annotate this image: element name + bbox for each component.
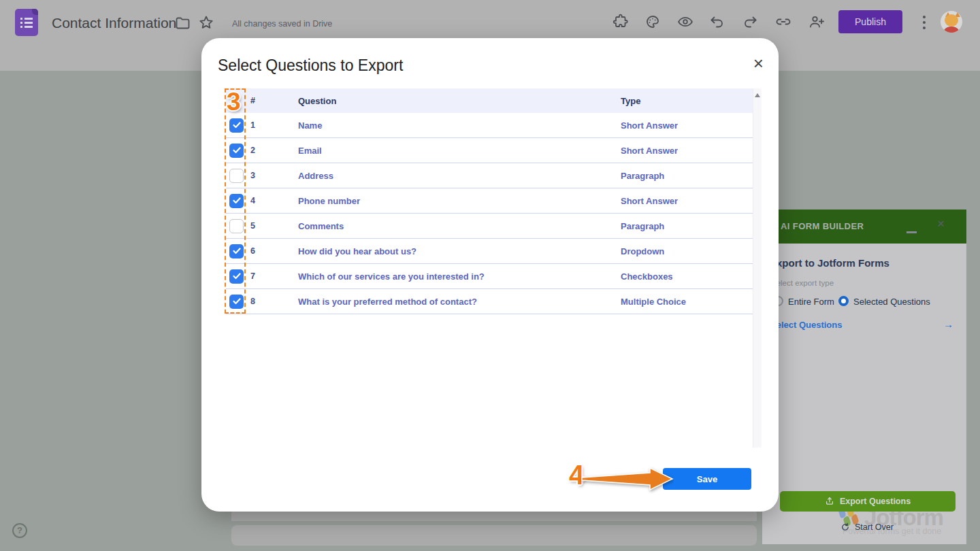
question-table-rows: 1 Name Short Answer 2 Email Short Answer…: [226, 113, 753, 314]
star-icon[interactable]: [198, 14, 214, 31]
row-question: What is your preferred method of contact…: [298, 297, 621, 307]
row-question: Comments: [298, 221, 621, 231]
row-number: 6: [246, 246, 298, 256]
row-number: 3: [246, 171, 298, 180]
table-row: 4 Phone number Short Answer: [226, 188, 753, 214]
table-row: 8 What is your preferred method of conta…: [226, 289, 753, 314]
arrow-right-icon[interactable]: →: [943, 318, 953, 330]
table-row: 2 Email Short Answer: [226, 138, 753, 163]
row-number: 8: [246, 297, 298, 306]
annotation-arrow-icon: [578, 464, 674, 494]
row-type: Short Answer: [621, 146, 753, 156]
save-button[interactable]: Save: [663, 468, 751, 490]
row-question: Phone number: [298, 196, 621, 206]
account-avatar[interactable]: [941, 11, 962, 33]
select-questions-link[interactable]: Select Questions: [770, 320, 842, 330]
close-icon[interactable]: ×: [753, 54, 764, 72]
table-row: 3 Address Paragraph: [226, 163, 753, 188]
radio-entire-form-label[interactable]: Entire Form: [788, 297, 834, 307]
column-question: Question: [298, 96, 621, 106]
more-options-icon[interactable]: [923, 16, 926, 29]
row-number: 4: [246, 196, 298, 205]
row-number: 1: [246, 120, 298, 130]
table-row: 7 Which of our services are you interest…: [226, 264, 753, 289]
scroll-up-icon[interactable]: [755, 93, 760, 97]
row-question: Email: [298, 146, 621, 156]
row-type: Paragraph: [621, 221, 753, 231]
row-type: Short Answer: [621, 120, 753, 131]
copy-link-icon[interactable]: [775, 14, 791, 30]
row-question: Which of our services are you interested…: [298, 271, 621, 282]
row-type: Paragraph: [621, 171, 753, 181]
preview-eye-icon[interactable]: [677, 14, 693, 30]
export-questions-button[interactable]: Export Questions: [780, 491, 956, 512]
background-form-card: [231, 525, 757, 546]
row-number: 7: [246, 271, 298, 281]
annotation-dashed-box: [225, 88, 246, 314]
refresh-icon: [840, 522, 850, 532]
jotform-panel-header: AI FORM BUILDER ×: [762, 210, 966, 244]
start-over-button[interactable]: Start Over: [840, 522, 894, 532]
column-number: #: [246, 96, 298, 105]
select-questions-modal: Select Questions to Export × # Question …: [201, 38, 779, 512]
row-type: Short Answer: [621, 196, 753, 206]
radio-selected-questions-label[interactable]: Selected Questions: [853, 297, 930, 307]
table-row: 1 Name Short Answer: [226, 113, 753, 138]
screen: Contact Information All changes saved in…: [0, 0, 980, 551]
row-question: Name: [298, 120, 621, 131]
add-collaborator-icon[interactable]: [808, 14, 825, 30]
minimize-icon[interactable]: [906, 231, 917, 233]
column-type: Type: [621, 96, 753, 106]
table-row: 5 Comments Paragraph: [226, 214, 753, 239]
annotation-step-3: 3: [227, 88, 241, 116]
publish-button[interactable]: Publish: [838, 10, 902, 33]
row-type: Dropdown: [621, 246, 753, 256]
document-title[interactable]: Contact Information: [52, 15, 176, 31]
panel-heading: Export to Jotform Forms: [770, 257, 889, 269]
table-header-row: # Question Type: [226, 88, 753, 113]
upload-icon: [825, 497, 834, 506]
row-number: 2: [246, 146, 298, 155]
move-to-folder-icon[interactable]: [174, 15, 191, 31]
redo-icon[interactable]: [742, 14, 758, 30]
export-type-label: Select export type: [771, 279, 834, 287]
logo-fold: [32, 9, 38, 15]
table-row: 6 How did you hear about us? Dropdown: [226, 239, 753, 264]
undo-icon[interactable]: [709, 14, 725, 30]
question-table: # Question Type 1 Name Short Answer 2 Em…: [226, 88, 753, 314]
extensions-icon[interactable]: [612, 14, 629, 30]
save-status: All changes saved in Drive: [232, 19, 332, 29]
modal-title: Select Questions to Export: [218, 56, 403, 75]
radio-selected-questions[interactable]: [838, 296, 849, 306]
row-type: Multiple Choice: [621, 297, 753, 307]
google-forms-logo-icon[interactable]: [15, 9, 38, 36]
row-question: How did you hear about us?: [298, 246, 621, 256]
row-number: 5: [246, 221, 298, 231]
jotform-panel: AI FORM BUILDER × Export to Jotform Form…: [762, 210, 966, 544]
table-scrollbar[interactable]: [753, 88, 762, 448]
panel-title: AI FORM BUILDER: [781, 221, 864, 231]
theme-palette-icon[interactable]: [644, 14, 661, 30]
help-icon[interactable]: ?: [12, 523, 27, 538]
row-question: Address: [298, 171, 621, 181]
panel-close-icon[interactable]: ×: [937, 216, 945, 231]
row-type: Checkboxes: [621, 271, 753, 282]
